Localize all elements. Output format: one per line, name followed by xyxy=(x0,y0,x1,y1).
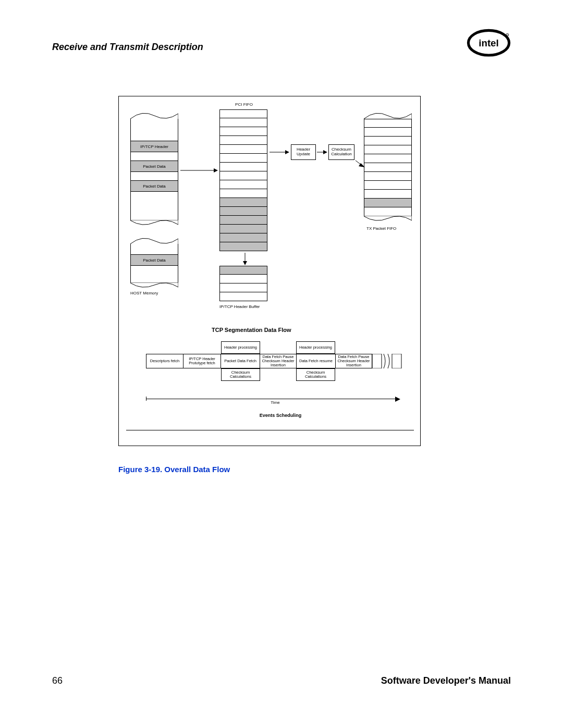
time-axis-tick xyxy=(146,397,146,401)
page-number: 66 xyxy=(52,675,63,686)
inner-divider xyxy=(126,430,414,430)
svg-marker-6 xyxy=(214,168,218,172)
label-tx-fifo: TX Packet FIFO xyxy=(366,227,414,231)
cell-ip-tcp-header: IP/TCP Header xyxy=(131,141,178,152)
timeline-mid: Descriptors fetch IP/TCP Header Prototyp… xyxy=(146,354,372,368)
arrow-fifo-down xyxy=(242,253,248,265)
svg-text:R: R xyxy=(507,34,508,36)
svg-rect-16 xyxy=(392,354,401,368)
arrow-header-to-checksum xyxy=(317,149,327,156)
cell-packet-data-1: Packet Data xyxy=(131,161,178,172)
cell-packet-data-3: Packet Data xyxy=(131,254,178,266)
box-header-update: Header Update xyxy=(291,144,316,160)
label-pci-fifo: PCI FIFO xyxy=(228,103,260,107)
section-title: Receive and Transmit Description xyxy=(52,42,203,53)
svg-marker-14 xyxy=(243,261,247,265)
timeline-top: Header processing xyxy=(221,341,260,354)
timeline-top-2: Header processing xyxy=(296,341,335,354)
box-checksum-calc: Checksum Calculation xyxy=(328,144,354,160)
cell-packet-data-2: Packet Data xyxy=(131,180,178,192)
tcp-seg-title: TCP Segmentation Data Flow xyxy=(212,327,291,333)
figure-frame: PCI FIFO IP/TCP Header Packet Data Packe… xyxy=(118,96,421,446)
svg-text:intel: intel xyxy=(479,38,498,48)
timeline-bot-2: Checksum Calculations xyxy=(296,368,335,381)
timeline-bot: Checksum Calculations xyxy=(221,368,260,381)
pci-fifo-stack xyxy=(219,109,267,251)
svg-marker-17 xyxy=(395,397,400,402)
label-header-buffer: IP/TCP Header Buffer xyxy=(219,305,277,310)
arrow-checksum-to-tx xyxy=(356,159,366,169)
figure-caption: Figure 3-19. Overall Data Flow xyxy=(118,465,230,474)
arrow-host-to-fifo xyxy=(180,165,218,176)
header-buffer-stack xyxy=(219,266,267,301)
label-time: Time xyxy=(265,401,286,405)
timeline-continuation xyxy=(372,354,403,368)
svg-rect-15 xyxy=(372,354,382,368)
label-host-memory: HOST Memory xyxy=(130,291,178,296)
events-scheduling-title: Events Scheduling xyxy=(249,413,312,418)
intel-logo: intel R xyxy=(467,29,511,57)
svg-marker-8 xyxy=(285,150,289,154)
arrow-fifo-to-header xyxy=(270,149,289,156)
tx-fifo-block xyxy=(364,112,412,209)
svg-marker-10 xyxy=(323,150,327,154)
footer-title: Software Developer's Manual xyxy=(381,675,511,686)
time-axis xyxy=(146,399,396,399)
